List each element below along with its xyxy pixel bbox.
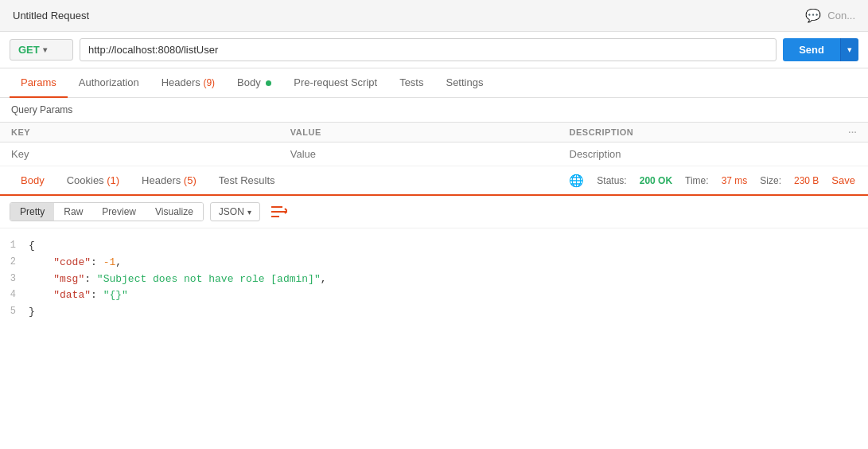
size-value: 230 B <box>794 175 819 186</box>
code-line-2: 2 "code": -1, <box>0 255 868 271</box>
line-content-4: "data": "{}" <box>29 287 868 304</box>
tab-headers-response[interactable]: Headers (5) <box>130 166 208 196</box>
view-pretty[interactable]: Pretty <box>10 203 54 221</box>
table-row <box>0 143 868 166</box>
line-content-1: { <box>29 238 868 255</box>
tab-body[interactable]: Body <box>226 68 282 98</box>
line-num-3: 3 <box>0 271 29 287</box>
tab-settings[interactable]: Settings <box>434 68 494 98</box>
line-num-4: 4 <box>0 287 29 303</box>
col-more: ··· <box>837 123 868 143</box>
line-content-3: "msg": "Subject does not have role [admi… <box>29 271 868 288</box>
send-btn-group: Send ▾ <box>783 38 858 61</box>
tab-test-results[interactable]: Test Results <box>208 166 286 196</box>
tab-authorization[interactable]: Authorization <box>68 68 150 98</box>
value-input[interactable] <box>279 143 559 166</box>
title-bar-right: 💬 Con... <box>805 8 855 23</box>
col-value: VALUE <box>279 123 559 143</box>
method-chevron-icon: ▾ <box>43 45 47 54</box>
code-area: 1 { 2 "code": -1, 3 "msg": "Subject does… <box>0 228 868 356</box>
title-bar-left: Untitled Request <box>13 10 89 21</box>
format-chevron-icon: ▾ <box>247 208 251 217</box>
method-label: GET <box>18 44 40 56</box>
wrap-button[interactable] <box>267 204 292 220</box>
size-label: Size: <box>760 175 781 186</box>
description-input[interactable] <box>559 143 838 166</box>
code-line-3: 3 "msg": "Subject does not have role [ad… <box>0 271 868 288</box>
url-bar: GET ▾ Send ▾ <box>0 32 868 68</box>
request-title: Untitled Request <box>13 10 89 21</box>
row-more <box>837 143 868 166</box>
title-bar: Untitled Request 💬 Con... <box>0 0 868 32</box>
col-description: DESCRIPTION <box>559 123 838 143</box>
url-input[interactable] <box>80 38 777 61</box>
svg-rect-2 <box>271 216 279 217</box>
format-label: JSON <box>219 206 244 217</box>
request-tabs-row: Params Authorization Headers (9) Body Pr… <box>0 68 868 98</box>
response-meta: 🌐 Status: 200 OK Time: 37 ms Size: 230 B… <box>569 174 858 188</box>
method-select[interactable]: GET ▾ <box>10 39 73 61</box>
status-value: 200 OK <box>640 175 672 186</box>
code-line-5: 5 } <box>0 304 868 321</box>
tab-headers[interactable]: Headers (9) <box>150 68 226 98</box>
svg-rect-0 <box>271 206 282 208</box>
send-arrow-button[interactable]: ▾ <box>840 38 858 61</box>
line-content-2: "code": -1, <box>29 255 868 271</box>
response-tabs: Body Cookies (1) Headers (5) Test Result… <box>10 166 286 194</box>
col-key: KEY <box>0 123 279 143</box>
line-content-5: } <box>29 304 868 321</box>
response-tabs-row: Body Cookies (1) Headers (5) Test Result… <box>0 166 868 196</box>
tab-params[interactable]: Params <box>10 68 68 98</box>
tab-pre-request-script[interactable]: Pre-request Script <box>282 68 388 98</box>
wrap-icon <box>271 205 287 218</box>
more-options-label: Con... <box>827 10 855 21</box>
view-visualize[interactable]: Visualize <box>146 203 203 221</box>
format-select[interactable]: JSON ▾ <box>210 202 260 221</box>
code-line-1: 1 { <box>0 238 868 255</box>
response-body-controls: Pretty Raw Preview Visualize JSON ▾ <box>0 196 868 228</box>
line-num-5: 5 <box>0 304 29 319</box>
time-label: Time: <box>685 175 709 186</box>
status-label: Status: <box>597 175 626 186</box>
tab-cookies[interactable]: Cookies (1) <box>56 166 130 196</box>
time-value: 37 ms <box>722 175 748 186</box>
view-tabs: Pretty Raw Preview Visualize <box>10 202 204 221</box>
line-num-2: 2 <box>0 255 29 270</box>
code-line-4: 4 "data": "{}" <box>0 287 868 304</box>
comment-icon[interactable]: 💬 <box>805 8 821 23</box>
globe-icon[interactable]: 🌐 <box>569 174 584 188</box>
params-table: KEY VALUE DESCRIPTION ··· <box>0 122 868 166</box>
query-params-label: Query Params <box>0 98 868 122</box>
key-input[interactable] <box>0 143 279 166</box>
view-raw[interactable]: Raw <box>54 203 92 221</box>
tab-tests[interactable]: Tests <box>388 68 434 98</box>
tab-body-response[interactable]: Body <box>10 166 56 196</box>
line-num-1: 1 <box>0 238 29 253</box>
save-button[interactable]: Save <box>831 174 855 186</box>
send-button[interactable]: Send <box>783 38 840 61</box>
view-preview[interactable]: Preview <box>92 203 146 221</box>
